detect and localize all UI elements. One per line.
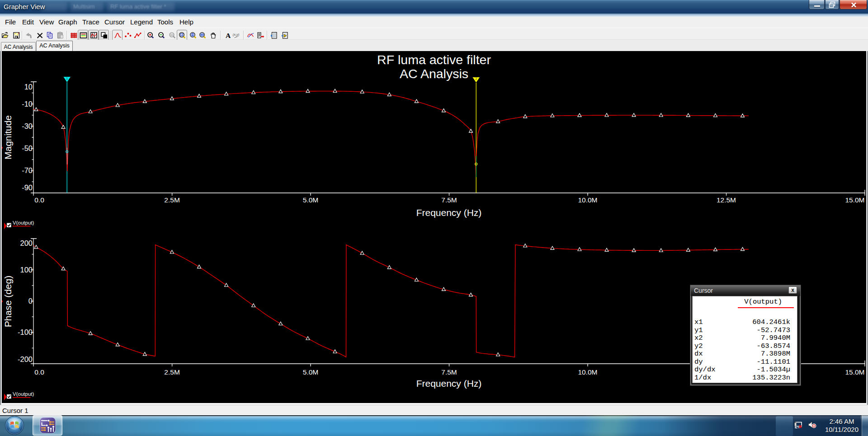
svg-text:(x,y): (x,y) xyxy=(233,33,240,37)
svg-text:-90: -90 xyxy=(22,183,33,192)
svg-text:15.0M: 15.0M xyxy=(845,196,864,204)
svg-text:5.0M: 5.0M xyxy=(303,368,318,376)
svg-text:Phase (deg): Phase (deg) xyxy=(3,276,13,327)
svg-text:0.0: 0.0 xyxy=(34,196,44,204)
svg-text:V(output): V(output) xyxy=(13,220,34,225)
svg-text:-30: -30 xyxy=(22,122,33,130)
svg-text:5.0M: 5.0M xyxy=(303,196,318,204)
svg-text:Frequency (Hz): Frequency (Hz) xyxy=(416,207,482,218)
svg-text:-10: -10 xyxy=(22,100,33,108)
svg-text:AC Analysis: AC Analysis xyxy=(400,66,468,81)
svg-text:2.5M: 2.5M xyxy=(164,196,179,204)
svg-text:-50: -50 xyxy=(22,144,33,152)
svg-text:10.0M: 10.0M xyxy=(578,196,597,204)
svg-text:10.0M: 10.0M xyxy=(578,368,597,376)
svg-text:200: 200 xyxy=(20,239,33,247)
svg-text:0: 0 xyxy=(28,297,33,305)
svg-text:-200: -200 xyxy=(18,355,33,363)
svg-text:1: 1 xyxy=(66,77,68,80)
svg-text:100: 100 xyxy=(20,266,33,274)
svg-text:Frequency (Hz): Frequency (Hz) xyxy=(416,378,482,389)
svg-text:100: 100 xyxy=(170,34,174,36)
svg-text:-70: -70 xyxy=(22,166,33,174)
svg-text:12.5M: 12.5M xyxy=(717,196,736,204)
svg-text:2.5M: 2.5M xyxy=(164,368,179,376)
svg-text:-100: -100 xyxy=(18,328,33,336)
svg-text:RF luma active filter: RF luma active filter xyxy=(377,52,491,67)
svg-text:2: 2 xyxy=(475,77,477,80)
svg-text:0.0: 0.0 xyxy=(34,368,44,376)
svg-text:10: 10 xyxy=(24,83,33,91)
svg-text:Magnitude: Magnitude xyxy=(3,115,13,159)
svg-text:7.5M: 7.5M xyxy=(441,368,457,376)
svg-text:7.5M: 7.5M xyxy=(441,196,457,204)
svg-text:V(output): V(output) xyxy=(13,391,34,397)
svg-text:A: A xyxy=(226,32,231,39)
svg-text:15.0M: 15.0M xyxy=(845,368,864,376)
